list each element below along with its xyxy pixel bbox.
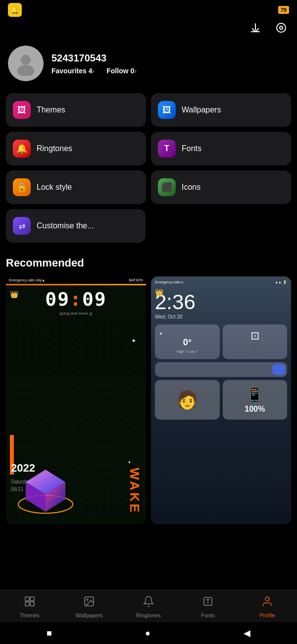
tab-ringtones[interactable]: Ringtones — [131, 595, 166, 618]
widget-bottom-row: 🧑 📱 100% — [155, 380, 287, 420]
download-button[interactable] — [248, 20, 263, 36]
phone-icon: 📱 — [246, 386, 263, 403]
svg-point-17 — [265, 597, 269, 601]
lockstyle-icon: 🔒 — [13, 178, 31, 196]
ringtones-icon: 🔔 — [13, 140, 31, 158]
recommended-title: Recommended — [6, 257, 291, 269]
widget-highlow: High: * Low: * — [177, 350, 198, 353]
icons-label: Icons — [182, 183, 200, 192]
svg-rect-12 — [25, 602, 29, 606]
card-time-right: 2:36 — [155, 290, 287, 314]
avatar — [8, 46, 44, 81]
svg-point-2 — [21, 55, 31, 65]
bottom-tab-bar: Themes Wallpapers Ringtones Fonts — [0, 590, 297, 622]
battery-percent: 100% — [245, 405, 265, 414]
tab-themes-label: Themes — [20, 612, 40, 618]
tab-ringtones-label: Ringtones — [136, 612, 161, 618]
svg-point-0 — [277, 23, 286, 32]
card-grid-dots: 2022 Saturday 06/11 — [6, 318, 146, 524]
svg-point-1 — [280, 26, 283, 29]
menu-item-customise[interactable]: ⇄ Customise the... — [6, 209, 146, 243]
profile-stats: Favourites 4› Follow 0› — [51, 67, 137, 75]
customise-label: Customise the... — [37, 221, 94, 230]
card-right-inner: Emergency calls o ▲▲ 🔋 👑 2:36 Wed, Oct 2… — [151, 276, 291, 524]
themes-label: Themes — [37, 106, 65, 114]
tab-profile[interactable]: Profile — [250, 595, 285, 618]
widget-weather: ▲ 0° High: * Low: * — [155, 324, 220, 359]
app-icon: 🔔 — [8, 3, 22, 17]
card-cube-svg — [16, 465, 75, 514]
recommended-section: Recommended Emergency calls only▲ BAT:82… — [0, 257, 297, 524]
crown-badge-right: 👑 — [155, 288, 163, 296]
card-mini-status-left: Emergency calls only▲ BAT:82% — [6, 276, 146, 284]
customise-icon: ⇄ — [13, 217, 31, 235]
theme-card-right[interactable]: Emergency calls o ▲▲ 🔋 👑 2:36 Wed, Oct 2… — [151, 276, 291, 524]
menu-item-lockstyle[interactable]: 🔒 Lock style — [6, 170, 146, 204]
tab-profile-icon — [261, 595, 273, 610]
scan-icon: ⊡ — [250, 329, 259, 342]
svg-rect-11 — [30, 597, 34, 601]
tab-wallpapers-icon — [83, 595, 95, 610]
tab-wallpapers-label: Wallpapers — [76, 612, 103, 618]
top-actions — [0, 18, 297, 42]
profile-username: 5243170543 — [51, 53, 137, 64]
svg-point-3 — [17, 65, 34, 76]
icons-icon: ⬛ — [158, 178, 176, 196]
card-date-right: Wed, Oct 20 — [155, 314, 287, 320]
menu-item-wallpapers[interactable]: 🖼 Wallpapers — [151, 93, 291, 127]
nav-home-button[interactable]: ● — [145, 628, 150, 639]
card-mini-status-right: Emergency calls o ▲▲ 🔋 — [155, 280, 287, 284]
follow-stat[interactable]: Follow 0› — [106, 67, 137, 75]
widget-battery: 📱 100% — [223, 380, 288, 420]
nav-square-button[interactable]: ■ — [47, 628, 52, 639]
card-wake-text: WAKE — [127, 468, 142, 514]
tab-profile-label: Profile — [259, 612, 275, 618]
barcode-icon: |||| — [251, 344, 258, 355]
tab-wallpapers[interactable]: Wallpapers — [72, 595, 106, 618]
tab-fonts-label: Fonts — [201, 612, 215, 618]
tab-fonts[interactable]: Fonts — [191, 595, 225, 618]
menu-item-ringtones[interactable]: 🔔 Ringtones — [6, 132, 146, 165]
nav-back-button[interactable]: ◀ — [244, 628, 250, 639]
tab-fonts-icon — [202, 595, 214, 610]
svg-point-15 — [87, 599, 88, 600]
fonts-label: Fonts — [182, 144, 201, 153]
tab-themes[interactable]: Themes — [12, 595, 47, 618]
sparkle2: ✦ — [128, 460, 131, 465]
card-left-inner: Emergency calls only▲ BAT:82% 09:09 goin… — [6, 276, 146, 524]
sparkle: ✦ — [131, 337, 136, 344]
menu-item-fonts[interactable]: T Fonts — [151, 132, 291, 165]
card-subtitle-left: going and never gi — [6, 311, 146, 316]
settings-button[interactable] — [273, 20, 289, 36]
lockstyle-label: Lock style — [37, 183, 72, 192]
favourites-stat[interactable]: Favourites 4› — [51, 67, 95, 75]
menu-item-themes[interactable]: 🖼 Themes — [6, 93, 146, 127]
menu-item-icons[interactable]: ⬛ Icons — [151, 170, 291, 204]
customise-row: ⇄ Customise the... — [0, 209, 297, 243]
wallpapers-icon: 🖼 — [158, 101, 176, 119]
widget-avatar: 🧑 — [155, 380, 220, 420]
battery-indicator: 79 — [278, 6, 289, 14]
widget-scan: ⊡ |||| — [223, 324, 288, 359]
card-time-left: 09:09 — [6, 285, 146, 311]
crown-badge-left: 👑 — [10, 290, 18, 298]
menu-grid: 🖼 Themes 🖼 Wallpapers 🔔 Ringtones T Font… — [0, 93, 297, 204]
nav-bar: ■ ● ◀ — [0, 622, 297, 644]
wallpapers-label: Wallpapers — [182, 106, 221, 114]
fonts-icon: T — [158, 140, 176, 158]
tab-themes-icon — [24, 595, 36, 610]
profile-section: 5243170543 Favourites 4› Follow 0› — [0, 42, 297, 93]
card-widgets: ▲ 0° High: * Low: * ⊡ |||| — [155, 324, 287, 359]
svg-rect-10 — [25, 597, 29, 601]
theme-card-left[interactable]: Emergency calls only▲ BAT:82% 09:09 goin… — [6, 276, 146, 524]
themes-icon: 🖼 — [13, 101, 31, 119]
widget-blue-dot — [155, 362, 287, 377]
widget-temp: 0° — [183, 337, 192, 348]
svg-rect-13 — [30, 602, 34, 606]
cards-row: Emergency calls only▲ BAT:82% 09:09 goin… — [6, 276, 291, 524]
blue-app-icon — [272, 364, 285, 375]
ringtones-label: Ringtones — [37, 144, 72, 153]
profile-info: 5243170543 Favourites 4› Follow 0› — [51, 53, 137, 75]
status-bar: 🔔 79 — [0, 0, 297, 18]
tab-ringtones-icon — [143, 595, 154, 610]
